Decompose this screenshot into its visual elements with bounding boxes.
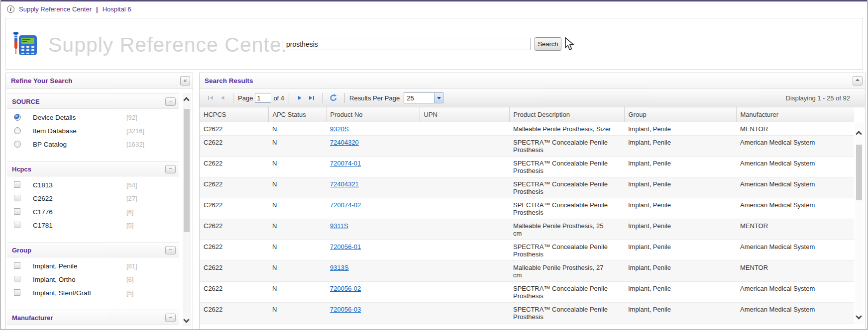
radio-button[interactable]: [14, 127, 21, 134]
result-count: [5]: [126, 289, 133, 297]
product-link[interactable]: 9313S: [330, 264, 349, 271]
table-row: C2622 N 720074-01 SPECTRA™ Concealable P…: [200, 156, 854, 177]
dropdown-arrow-button[interactable]: [434, 93, 443, 103]
table-row: C2622 N 72404320 SPECTRA™ Concealable Pe…: [200, 135, 854, 156]
page-title: Supply Reference Center: [48, 33, 289, 57]
product-link[interactable]: 9311S: [330, 222, 348, 230]
hospital-link[interactable]: Hospital 6: [103, 5, 131, 13]
collapse-group-button[interactable]: −: [165, 246, 176, 254]
refresh-button[interactable]: [329, 93, 338, 102]
toolbar-separator: [344, 93, 345, 103]
filter-option-c1776[interactable]: C1776 [6]: [7, 205, 179, 219]
refine-search-title: Refine Your Search: [11, 77, 72, 84]
filter-section-hcpcs: Hcpcs − C1813 [54] C2622 [27]: [7, 161, 179, 234]
column-header-apc-status[interactable]: APC Status: [268, 107, 326, 122]
column-header-product-description[interactable]: Product Description: [509, 107, 624, 122]
collapse-left-icon: «: [184, 77, 187, 84]
app-home-link[interactable]: Supply Reference Center: [19, 5, 92, 13]
checkbox[interactable]: [14, 276, 20, 282]
table-row: C2622 N 9311S Malleable Penile Prosthesi…: [200, 219, 854, 240]
product-link[interactable]: 72404321: [330, 180, 359, 188]
table-row: C2622 N 9320S Malleable Penile Prosthesi…: [200, 122, 854, 135]
radio-button[interactable]: [14, 114, 21, 121]
scrollbar-thumb[interactable]: [184, 109, 190, 232]
refine-search-header: Refine Your Search «: [6, 73, 193, 89]
table-row: C2622 N 720056-01 SPECTRA™ Concealable P…: [200, 240, 854, 260]
result-count: [1632]: [126, 141, 144, 148]
toolbar-separator: [289, 93, 289, 103]
filter-option-item-database[interactable]: Item Database [3216]: [7, 124, 179, 138]
info-icon[interactable]: i: [7, 5, 14, 13]
search-button[interactable]: Search: [535, 37, 561, 51]
search-results-title: Search Results: [205, 77, 253, 84]
toolbar-separator: [322, 93, 323, 103]
filter-option-c1813[interactable]: C1813 [54]: [7, 178, 179, 192]
result-count: [92]: [126, 114, 137, 121]
results-scrollbar[interactable]: [855, 123, 864, 325]
collapse-manufacturer-button[interactable]: −: [165, 314, 176, 322]
search-input[interactable]: [283, 38, 531, 50]
filter-option-device-details[interactable]: Device Details [92]: [7, 111, 179, 124]
prev-page-button[interactable]: [218, 94, 226, 102]
app-window: i Supply Reference Center | Hospital 6 S…: [0, 0, 868, 330]
product-link[interactable]: 72404320: [330, 139, 359, 146]
column-header-hcpcs[interactable]: HCPCS: [200, 107, 268, 122]
filter-option-mentor[interactable]: MENTOR [61]: [7, 327, 179, 330]
filter-option-implant-ortho[interactable]: Implant, Ortho [6]: [7, 273, 179, 286]
product-link[interactable]: 720074-02: [330, 201, 361, 209]
filter-section-source: SOURCE − Device Details [92] Item Databa…: [7, 93, 179, 153]
scrollbar-thumb[interactable]: [856, 145, 862, 200]
filter-option-c1781[interactable]: C1781 [5]: [7, 219, 179, 232]
column-header-group[interactable]: Group: [624, 107, 736, 122]
first-page-button[interactable]: [207, 94, 215, 102]
page-label: Page: [238, 94, 253, 102]
checkbox[interactable]: [14, 181, 20, 188]
table-row: C2622 N 9313S Malleable Penile Prosthesi…: [200, 260, 854, 281]
search-results-header: Search Results: [200, 73, 865, 89]
next-page-button[interactable]: [296, 94, 304, 102]
checkbox[interactable]: [14, 195, 20, 201]
toolbar-separator: [233, 93, 233, 103]
column-header-product-no[interactable]: Product No: [326, 107, 420, 122]
section-title-hcpcs: Hcpcs: [12, 165, 31, 173]
column-header-manufacturer[interactable]: Manufacturer: [736, 107, 854, 122]
results-per-page-value: 25: [404, 93, 434, 103]
column-header-upn[interactable]: UPN: [420, 107, 509, 122]
page-number-input[interactable]: [255, 93, 271, 103]
section-title-source: SOURCE: [12, 98, 40, 105]
first-page-icon: [207, 94, 215, 102]
app-header: Supply Reference Center Search: [5, 18, 863, 70]
table-row: C2622 N 720074-02 SPECTRA™ Concealable P…: [200, 198, 854, 219]
radio-button[interactable]: [14, 141, 21, 148]
checkbox[interactable]: [14, 222, 20, 228]
results-per-page-label: Results Per Page: [349, 94, 400, 102]
product-link[interactable]: 720056-01: [330, 243, 361, 250]
collapse-source-button[interactable]: −: [165, 97, 176, 106]
table-header-row: HCPCS APC Status Product No UPN Product …: [200, 107, 854, 122]
product-link[interactable]: 720056-02: [330, 285, 361, 292]
filter-option-bp-catalog[interactable]: BP Catalog [1632]: [7, 138, 179, 151]
last-page-icon: [308, 94, 316, 102]
collapse-hcpcs-button[interactable]: −: [165, 165, 176, 173]
collapse-sidebar-button[interactable]: «: [180, 76, 190, 85]
filter-section-group: Group − Implant, Penile [81] Implant, Or…: [7, 242, 179, 302]
last-page-button[interactable]: [308, 94, 316, 102]
section-title-group: Group: [12, 247, 31, 254]
checkbox[interactable]: [14, 208, 20, 215]
collapse-results-button[interactable]: [853, 76, 863, 85]
app-logo-icon: [11, 31, 38, 59]
filter-option-implant-penile[interactable]: Implant, Penile [81]: [7, 259, 179, 273]
sidebar-scrollbar[interactable]: [183, 93, 191, 326]
checkbox[interactable]: [14, 289, 20, 296]
result-count: [27]: [126, 195, 137, 202]
checkbox[interactable]: [14, 262, 20, 269]
product-link[interactable]: 720056-03: [330, 306, 361, 313]
filter-option-c2622[interactable]: C2622 [27]: [7, 192, 179, 205]
result-count: [5]: [126, 222, 133, 229]
product-link[interactable]: 9320S: [330, 125, 349, 133]
filter-option-implant-stent-graft[interactable]: Implant, Stent/Graft [5]: [7, 286, 179, 300]
results-per-page-select[interactable]: 25: [404, 92, 443, 103]
product-link[interactable]: 720074-01: [330, 160, 361, 167]
prev-page-icon: [218, 94, 226, 102]
result-count: [6]: [126, 276, 133, 283]
